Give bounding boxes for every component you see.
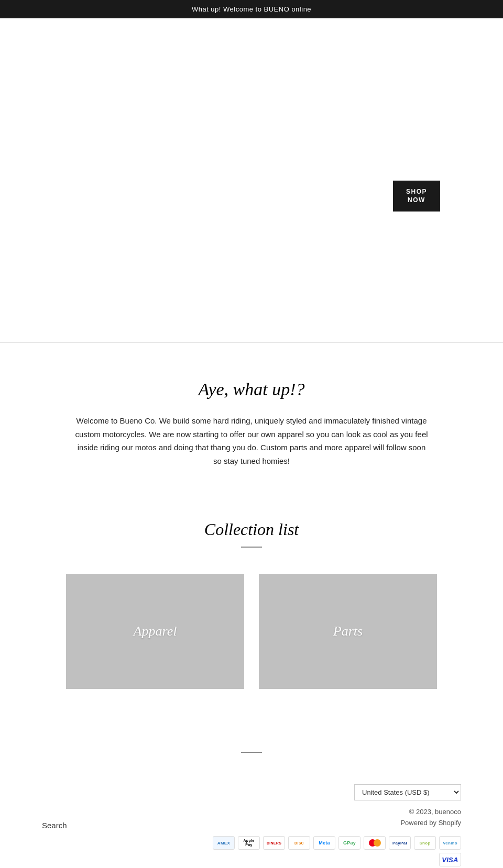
- footer-divider: [241, 752, 262, 753]
- collection-grid: Apparel Parts: [21, 574, 482, 689]
- shop-now-button[interactable]: SHOP NOW: [393, 181, 440, 212]
- collection-label-apparel: Apparel: [134, 624, 177, 639]
- footer-payments-row2: VISA: [213, 853, 461, 866]
- collection-label-parts: Parts: [333, 624, 363, 639]
- payment-visa: VISA: [439, 853, 461, 866]
- collection-divider: [241, 547, 262, 548]
- announcement-text: What up! Welcome to BUENO online: [192, 5, 311, 13]
- about-section: Aye, what up!? Welcome to Bueno Co. We b…: [0, 343, 503, 499]
- about-text: Welcome to Bueno Co. We build some hard …: [73, 414, 430, 468]
- footer-right: United States (USD $) Canada (CAD $) Uni…: [213, 784, 461, 866]
- about-title: Aye, what up!?: [73, 380, 430, 399]
- payment-shopify: Shop: [414, 836, 436, 850]
- payment-gpay: GPay: [338, 836, 360, 850]
- payment-amex: AMEX: [213, 836, 235, 850]
- payment-meta: Meta: [313, 836, 335, 850]
- footer-top: Search United States (USD $) Canada (CAD…: [42, 784, 461, 866]
- announcement-bar: What up! Welcome to BUENO online: [0, 0, 503, 18]
- collection-title: Collection list: [21, 520, 482, 539]
- currency-selector[interactable]: United States (USD $) Canada (CAD $) Uni…: [354, 784, 461, 800]
- payment-paypal: PayPal: [389, 836, 411, 850]
- collection-item-parts[interactable]: Parts: [259, 574, 437, 689]
- payment-discover: DISC: [288, 836, 310, 850]
- collection-section: Collection list Apparel Parts: [0, 499, 503, 720]
- footer-powered-by: Powered by Shopify: [213, 819, 461, 827]
- payment-applepay: ApplePay: [238, 836, 260, 850]
- payment-diners: DINERS: [263, 836, 285, 850]
- mc-circle-right: [374, 839, 381, 847]
- payment-mastercard: [364, 836, 386, 850]
- footer-copyright: © 2023, buenoco: [213, 808, 461, 816]
- collection-item-apparel[interactable]: Apparel: [66, 574, 244, 689]
- search-link[interactable]: Search: [42, 821, 67, 830]
- hero-section: SHOP NOW: [0, 18, 503, 343]
- payment-venmo: Venmo: [439, 836, 461, 850]
- footer-payments: AMEX ApplePay DINERS DISC Meta GPay: [213, 836, 461, 850]
- mastercard-circles: [369, 839, 381, 847]
- footer: Search United States (USD $) Canada (CAD…: [0, 774, 503, 868]
